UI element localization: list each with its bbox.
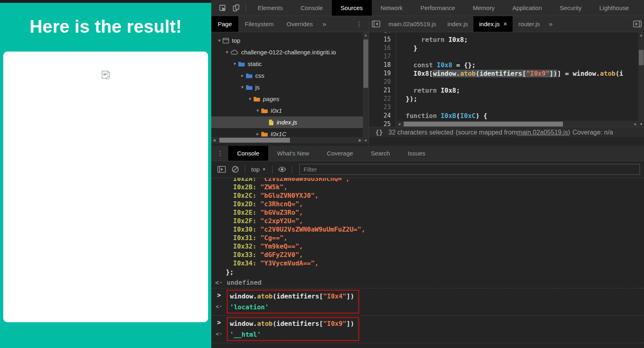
navigator-horizontal-scrollbar[interactable]: ◀ ▶ — [211, 137, 363, 143]
tree-item-top[interactable]: ▾top — [211, 35, 369, 46]
line-number[interactable]: 16 — [369, 44, 396, 52]
line-number[interactable]: 25 — [369, 120, 396, 127]
cloud-icon — [230, 50, 238, 55]
code-text: = {}; — [452, 61, 476, 69]
pretty-print-icon[interactable]: {} — [369, 129, 388, 136]
editor-vertical-scrollbar[interactable]: ▲ ▼ — [638, 32, 644, 127]
overflow-tabs-icon[interactable]: » — [319, 20, 329, 28]
chevron-down-icon[interactable]: ▾ — [254, 108, 261, 113]
navigator-tab-page[interactable]: Page — [211, 16, 238, 32]
source-mapped-link[interactable]: main.02a05519.js — [517, 129, 568, 136]
chevron-down-icon[interactable]: ▾ — [239, 85, 246, 90]
chevron-right-icon[interactable]: ▸ — [254, 131, 261, 137]
code-line-18: 18 const I0x8 = {}; — [369, 61, 644, 69]
file-tree: ▾top▾challenge-0122-challenge.intigriti.… — [211, 32, 369, 140]
hide-navigator-icon[interactable] — [369, 18, 383, 30]
line-number[interactable]: 23 — [369, 103, 396, 112]
broken-image-icon — [100, 70, 111, 81]
console-filter-input[interactable] — [299, 164, 640, 175]
editor-tab-main.02a05519.js[interactable]: main.02a05519.js — [383, 16, 442, 32]
line-number[interactable]: 20 — [369, 78, 396, 86]
chevron-down-icon[interactable]: ▾ — [216, 38, 223, 43]
console-sidebar-icon[interactable] — [215, 164, 228, 176]
device-toolbar-icon[interactable] — [229, 2, 243, 14]
scroll-left-icon[interactable]: ◀ — [211, 138, 217, 142]
line-number[interactable]: 21 — [369, 86, 396, 95]
tab-elements[interactable]: Elements — [249, 0, 292, 16]
tab-sources[interactable]: Sources — [332, 0, 372, 16]
execution-context-selector[interactable]: top ▼ — [248, 166, 269, 173]
tab-lighthouse[interactable]: Lighthouse — [590, 0, 638, 16]
scrollbar-thumb[interactable] — [639, 50, 644, 65]
line-number[interactable]: 24 — [369, 112, 396, 120]
navigator-vertical-scrollbar[interactable]: ▲ ▼ — [363, 32, 369, 143]
scroll-right-icon[interactable]: ▶ — [357, 138, 363, 142]
tree-item-index-js[interactable]: index.js — [211, 116, 369, 128]
property-value: "bGluZVN0YXJ0", — [256, 192, 319, 199]
scroll-left-icon[interactable]: ◀ — [396, 122, 402, 126]
scroll-up-icon[interactable]: ▲ — [638, 33, 644, 37]
folder-icon-blue — [246, 85, 252, 90]
line-number[interactable]: 19 — [369, 69, 396, 78]
drawer-tab-what-s-new[interactable]: What's New — [268, 146, 318, 161]
scrollbar-thumb[interactable] — [404, 122, 563, 126]
chevron-right-icon[interactable]: ▸ — [239, 73, 246, 78]
line-number[interactable]: 15 — [369, 35, 396, 44]
tree-item-js[interactable]: ▾js — [211, 81, 369, 93]
tree-item-static[interactable]: ▾static — [211, 58, 369, 70]
overflow-tabs-icon[interactable]: » — [546, 20, 556, 28]
code-text: window. — [230, 320, 257, 327]
navigator-tab-overrides[interactable]: Overrides — [280, 16, 319, 32]
show-panel-icon[interactable] — [630, 18, 644, 30]
line-number[interactable]: 22 — [369, 95, 396, 103]
property-key: I0x31: — [233, 234, 256, 242]
tree-item-label: static — [248, 60, 262, 67]
chevron-down-icon[interactable]: ▾ — [231, 61, 238, 66]
code-text: "I0x4" — [323, 292, 346, 300]
kebab-menu-icon[interactable]: ⋮ — [352, 20, 365, 28]
scroll-down-icon[interactable]: ▼ — [363, 139, 369, 143]
navigator-tab-filesystem[interactable]: Filesystem — [238, 16, 280, 32]
result-arrow-icon: <· — [211, 328, 227, 340]
editor-filler — [369, 137, 644, 146]
tab-performance[interactable]: Performance — [412, 0, 464, 16]
drawer-tab-coverage[interactable]: Coverage — [318, 146, 362, 161]
drawer-tab-console[interactable]: Console — [228, 146, 268, 161]
folder-icon-blue — [238, 61, 245, 67]
drawer-tab-issues[interactable]: Issues — [399, 146, 434, 161]
kebab-menu-icon[interactable]: ⋮ — [214, 149, 227, 157]
code-text: atob — [257, 292, 273, 300]
tab-application[interactable]: Application — [504, 0, 551, 16]
devtools-main-tabs: ElementsConsoleSourcesNetworkPerformance… — [249, 0, 638, 16]
line-number[interactable]: 17 — [369, 52, 396, 61]
result-arrow-icon: <· — [211, 301, 227, 312]
code-area[interactable]: 1415 return I0x8;16 }1718 const I0x8 = {… — [369, 32, 644, 127]
tree-item-i0x1[interactable]: ▾I0x1 — [211, 105, 369, 116]
tab-console[interactable]: Console — [292, 0, 332, 16]
tree-item-css[interactable]: ▸css — [211, 70, 369, 81]
scroll-right-icon[interactable]: ▶ — [633, 122, 638, 126]
chevron-down-icon[interactable]: ▾ — [224, 50, 230, 55]
editor-tab-index.js[interactable]: index.js — [442, 16, 473, 32]
editor-horizontal-scrollbar[interactable]: ◀ ▶ — [396, 121, 638, 127]
tab-network[interactable]: Network — [372, 0, 412, 16]
editor-tab-router.js[interactable]: router.js — [513, 16, 545, 32]
chevron-down-icon[interactable]: ▾ — [247, 96, 253, 102]
drawer-tab-search[interactable]: Search — [362, 146, 399, 161]
line-number[interactable]: 14 — [369, 32, 396, 35]
line-number[interactable]: 18 — [369, 61, 396, 69]
close-icon[interactable]: × — [503, 21, 507, 28]
property-value: "bGVuZ3Ro", — [256, 209, 303, 216]
scroll-down-icon[interactable]: ▼ — [638, 122, 644, 126]
editor-tab-index.js[interactable]: index.js× — [473, 16, 513, 32]
scroll-up-icon[interactable]: ▲ — [363, 33, 369, 37]
scrollbar-thumb[interactable] — [219, 138, 290, 143]
tree-item-pages[interactable]: ▾pages — [211, 93, 369, 105]
live-expression-icon[interactable] — [275, 164, 289, 176]
inspect-icon[interactable] — [215, 2, 229, 14]
clear-console-icon[interactable] — [228, 164, 242, 176]
tree-item-challenge-0122-challenge-intigriti-io[interactable]: ▾challenge-0122-challenge.intigriti.io — [211, 46, 369, 58]
tab-security[interactable]: Security — [551, 0, 590, 16]
tab-memory[interactable]: Memory — [464, 0, 504, 16]
scrollbar-thumb[interactable] — [363, 39, 368, 88]
